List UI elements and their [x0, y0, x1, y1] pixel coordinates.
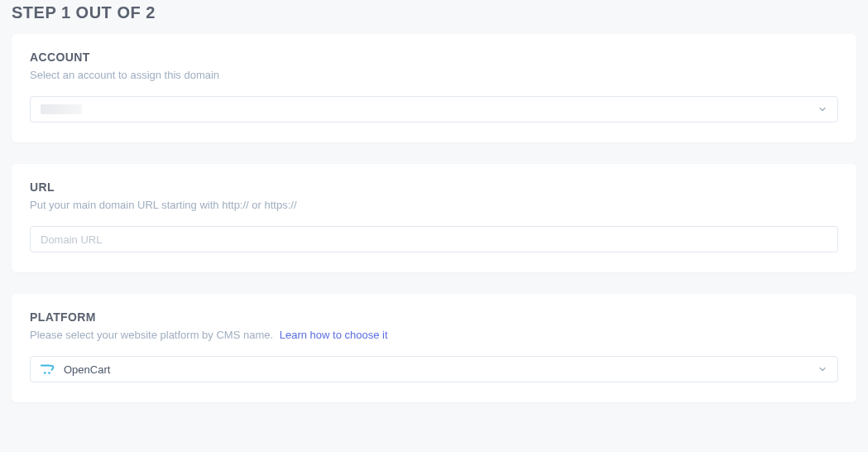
account-subtitle: Select an account to assign this domain: [30, 69, 838, 81]
svg-point-0: [44, 372, 46, 374]
url-subtitle: Put your main domain URL starting with h…: [30, 199, 838, 211]
opencart-icon: [41, 362, 55, 377]
platform-select[interactable]: OpenCart: [30, 356, 838, 382]
account-heading: ACCOUNT: [30, 50, 838, 64]
platform-selected-value: OpenCart: [64, 363, 110, 376]
page-title: STEP 1 OUT OF 2: [12, 0, 856, 34]
url-heading: URL: [30, 180, 838, 194]
account-select[interactable]: [30, 96, 838, 123]
chevron-down-icon: [818, 104, 827, 114]
url-input[interactable]: [30, 226, 838, 252]
platform-selected-row: OpenCart: [41, 362, 110, 377]
platform-subtitle-row: Please select your website platform by C…: [30, 329, 838, 341]
platform-subtitle: Please select your website platform by C…: [30, 329, 273, 341]
account-card: ACCOUNT Select an account to assign this…: [12, 34, 856, 142]
account-selected-value: [41, 104, 82, 114]
chevron-down-icon: [818, 364, 827, 374]
platform-card: PLATFORM Please select your website plat…: [12, 294, 856, 402]
learn-link[interactable]: Learn how to choose it: [280, 329, 388, 341]
platform-heading: PLATFORM: [30, 310, 838, 324]
svg-point-1: [48, 372, 50, 374]
url-card: URL Put your main domain URL starting wi…: [12, 164, 856, 272]
